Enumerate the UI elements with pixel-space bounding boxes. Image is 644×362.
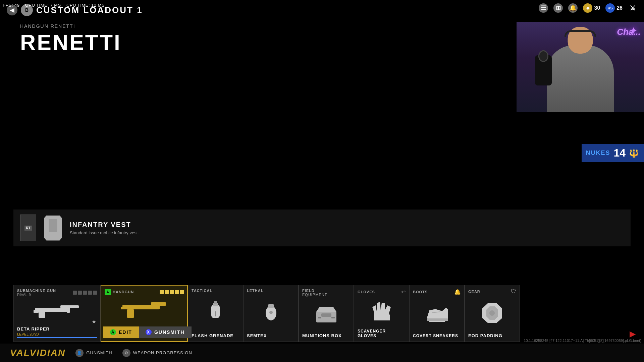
svg-point-25 — [489, 310, 495, 316]
fps-label: FPS: 49 — [3, 3, 19, 8]
svg-rect-12 — [214, 301, 217, 304]
nukes-count: 14 — [613, 147, 626, 159]
weapon-category: HANDGUN RENETTI — [20, 23, 121, 29]
svg-marker-18 — [316, 307, 336, 312]
vest-panel[interactable]: RT INFANTRY VEST Standard issue mobile i… — [13, 209, 631, 246]
nav-item-weapon-progression[interactable]: ⚙ WEAPON PROGRESSION — [122, 349, 192, 357]
lethal-category: LETHAL — [247, 289, 295, 293]
webcam-channel-text: Cha... — [617, 27, 641, 37]
gloves-slot[interactable]: GLOVES ↩ SCAVENGER GLOVES — [354, 285, 409, 342]
handgun-grade: A — [105, 289, 111, 295]
handgun-weapon-icon — [121, 301, 168, 321]
gloves-icon — [371, 300, 392, 322]
person-body — [547, 45, 614, 112]
list-view-button[interactable]: ☰ — [539, 3, 548, 13]
microphone-head — [538, 50, 548, 62]
svg-rect-20 — [318, 317, 321, 318]
cod-points-display: ◆ 30 — [583, 3, 600, 13]
boots-icon-container — [413, 295, 461, 332]
headphones — [565, 30, 596, 37]
dot-1 — [73, 291, 77, 295]
gunsmith-button[interactable]: X GUNSMITH — [139, 326, 192, 338]
lethal-slot[interactable]: LETHAL SEMTEX — [243, 285, 299, 342]
gunsmith-badge: X — [146, 329, 152, 335]
svg-rect-3 — [34, 310, 39, 313]
tactical-item-name: FLASH GRENADE — [192, 333, 239, 338]
nukes-icon: 🔱 — [629, 148, 639, 158]
nav-item-gunsmith[interactable]: 👤 GUNSMITH — [75, 349, 112, 357]
vest-slot: RT — [20, 215, 36, 241]
smg-dots — [73, 291, 97, 295]
grid-icon: ⊞ — [553, 3, 563, 13]
gloves-item-name: SCAVENGER GLOVES — [358, 329, 406, 338]
debug-info: 10.1.16258245 [47:122:11017+11:A] Th[605… — [524, 339, 641, 343]
svg-rect-0 — [35, 308, 69, 312]
lethal-icon-container — [247, 293, 295, 332]
gunsmith-label: GUNSMITH — [154, 329, 185, 335]
sneakers-icon — [425, 304, 449, 323]
gear-header-icon: 🛡 — [511, 289, 516, 295]
gunsmith-nav-label: GUNSMITH — [86, 350, 112, 355]
rs-value: 26 — [616, 5, 623, 11]
gpu-label: GPU TIME: 7 MS — [25, 3, 61, 8]
svg-rect-9 — [158, 304, 160, 309]
gunsmith-nav-icon: 👤 — [75, 349, 84, 357]
list-icon: ☰ — [539, 3, 548, 13]
weapon-info: HANDGUN RENETTI RENETTI — [20, 23, 121, 55]
vest-illustration — [42, 216, 64, 241]
smg-level-fill — [17, 337, 97, 338]
rs-icon: RS — [605, 3, 615, 13]
smg-sub: RIVAL-9 — [17, 293, 56, 297]
semtex-icon — [264, 302, 278, 322]
svg-point-16 — [269, 311, 273, 314]
hdot-2 — [165, 290, 169, 294]
svg-rect-15 — [268, 304, 274, 308]
field-equipment-slot[interactable]: FIELD EQUIPMENT MUNITIONS BOX — [299, 285, 354, 342]
svg-rect-21 — [331, 317, 335, 318]
bottom-nav: VALVIDIAN 👤 GUNSMITH ⚙ WEAPON PROGRESSIO… — [0, 344, 644, 362]
svg-rect-22 — [427, 318, 448, 321]
hdot-3 — [170, 290, 174, 294]
edit-badge: A — [110, 329, 116, 335]
dot-3 — [83, 291, 87, 295]
svg-rect-8 — [121, 307, 127, 309]
gloves-icon-container — [358, 295, 406, 327]
tactical-slot[interactable]: TACTICAL FLASH GRENADE — [188, 285, 243, 342]
gloves-category: GLOVES — [358, 290, 375, 294]
boots-category: BOOTS — [413, 290, 428, 294]
boots-item-name: COVERT SNEAKERS — [413, 334, 461, 338]
gear-category: GEAR — [468, 290, 480, 294]
eod-padding-icon — [481, 302, 503, 324]
smg-star-icon: ★ — [92, 318, 96, 325]
edit-button[interactable]: A EDIT — [103, 326, 139, 338]
webcam-overlay: ✦ Cha... — [517, 22, 644, 112]
scroll-right-indicator: ▶ — [630, 329, 636, 339]
bell-icon: 🔔 — [568, 3, 578, 13]
notifications-button[interactable]: 🔔 — [568, 3, 578, 13]
grid-view-button[interactable]: ⊞ — [553, 3, 563, 13]
svg-rect-4 — [67, 307, 70, 313]
vest-name: INFANTRY VEST — [70, 221, 624, 229]
gear-slot[interactable]: GEAR 🛡 EOD PADDING — [465, 285, 520, 342]
weapon-progression-nav-label: WEAPON PROGRESSION — [133, 350, 192, 355]
field-item-name: MUNITIONS BOX — [302, 333, 350, 338]
smg-category: SUBMACHINE GUN — [17, 289, 56, 293]
perf-stats: FPS: 49 GPU TIME: 7 MS CPU TIME: 12 MS — [3, 3, 105, 8]
boots-slot[interactable]: BOOTS 🔔 COVERT SNEAKERS — [409, 285, 465, 342]
tactical-category: TACTICAL — [192, 289, 239, 293]
dot-2 — [78, 291, 82, 295]
hdot-1 — [160, 290, 164, 294]
xp-icon: ⚔ — [628, 3, 637, 13]
nav-logo: VALVIDIAN — [10, 348, 65, 358]
smg-level: LEVEL 20/20 — [17, 332, 97, 336]
lethal-item-name: SEMTEX — [247, 333, 295, 338]
smg-level-bar — [17, 337, 97, 338]
cod-points-value: 30 — [594, 5, 600, 11]
smg-slot[interactable]: SUBMACHINE GUN RIVAL-9 — [13, 285, 101, 342]
rs-display: RS 26 — [605, 3, 623, 13]
flash-grenade-icon — [208, 301, 223, 323]
svg-rect-19 — [321, 313, 331, 317]
edit-label: EDIT — [119, 329, 132, 335]
nukes-label: NUKES — [586, 149, 610, 157]
debug-text: 10.1.16258245 [47:122:11017+11:A] Th[605… — [524, 339, 641, 343]
